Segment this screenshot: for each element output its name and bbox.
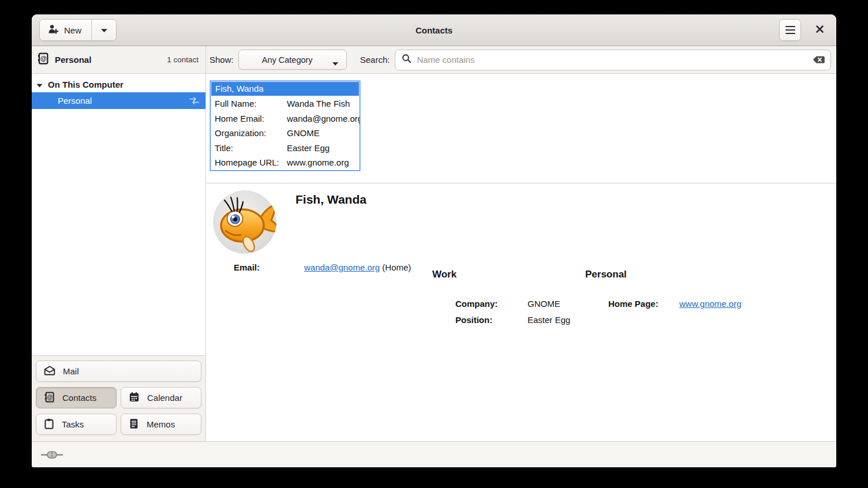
clear-search-icon[interactable] xyxy=(812,55,825,65)
main-pane: Fish, Wanda Full Name: Wanda The Fish Ho… xyxy=(206,74,836,441)
personal-section-heading: Personal xyxy=(585,269,627,280)
svg-text:@: @ xyxy=(40,55,47,62)
company-value: GNOME xyxy=(527,299,560,309)
addressbook-icon: @ xyxy=(37,52,49,67)
category-selected-value: Any Category xyxy=(262,55,313,65)
card-field-value: Wanda The Fish xyxy=(287,99,360,108)
card-field-label: Full Name: xyxy=(215,99,287,108)
new-button-label: New xyxy=(64,25,81,35)
company-label: Company: xyxy=(455,299,497,309)
card-field-row: Full Name: Wanda The Fish xyxy=(211,96,360,111)
card-field-row: Organization: GNOME xyxy=(211,126,360,141)
card-field-row: Title: Easter Egg xyxy=(211,141,360,156)
sync-icon[interactable] xyxy=(189,97,200,104)
switcher-mail-button[interactable]: Mail xyxy=(36,361,201,382)
switcher-label: Tasks xyxy=(62,419,84,429)
tree-item-label: Personal xyxy=(58,96,92,106)
card-field-row: Home Email: wanda@gnome.org xyxy=(211,111,360,126)
switcher-label: Memos xyxy=(147,419,175,429)
statusbar xyxy=(32,441,836,467)
hamburger-menu-button[interactable] xyxy=(779,19,801,41)
new-split-button: New xyxy=(39,19,117,41)
category-dropdown[interactable]: Any Category xyxy=(238,50,347,70)
switcher-label: Calendar xyxy=(147,393,182,403)
search-input[interactable] xyxy=(417,55,807,65)
email-row: wanda@gnome.org (Home) xyxy=(304,262,411,272)
titlebar: New Contacts xyxy=(32,14,836,46)
search-toolbar: Show: Any Category Search: xyxy=(206,46,836,73)
switcher-memos-button[interactable]: Memos xyxy=(121,414,201,435)
expander-icon xyxy=(36,80,43,89)
card-field-label: Homepage URL: xyxy=(215,157,287,167)
contacts-window: New Contacts @ Perso xyxy=(32,14,836,468)
card-field-value: Easter Egg xyxy=(287,143,360,153)
card-field-value: www.gnome.org xyxy=(287,157,360,167)
card-field-value: wanda@gnome.org xyxy=(287,114,360,123)
memos-icon xyxy=(129,418,139,431)
tasks-icon xyxy=(44,418,54,431)
preview-contact-name: Fish, Wanda xyxy=(295,193,366,207)
show-label: Show: xyxy=(209,55,234,65)
calendar-icon xyxy=(129,392,140,404)
switcher-label: Mail xyxy=(63,366,79,376)
svg-text:@: @ xyxy=(47,394,53,400)
email-label: Email: xyxy=(213,262,260,272)
switcher-label: Contacts xyxy=(62,393,96,403)
contact-preview: Fish, Wanda Email: wanda@gnome.org (Home… xyxy=(206,183,836,441)
addressbook-header: @ Personal 1 contact xyxy=(32,46,206,73)
new-contact-button[interactable]: New xyxy=(40,20,92,40)
contact-card-list: Fish, Wanda Full Name: Wanda The Fish Ho… xyxy=(206,74,836,183)
contacts-icon: @ xyxy=(44,392,55,404)
homepage-label: Home Page: xyxy=(608,299,659,309)
tree-group-on-this-computer[interactable]: On This Computer xyxy=(32,77,205,92)
window-title: Contacts xyxy=(32,25,836,35)
card-field-label: Home Email: xyxy=(215,114,287,123)
tree-group-label: On This Computer xyxy=(48,80,124,89)
position-value: Easter Egg xyxy=(527,315,570,325)
mail-icon xyxy=(44,366,55,377)
close-button[interactable] xyxy=(810,21,829,39)
toolbar-row: @ Personal 1 contact Show: Any Category … xyxy=(32,46,836,74)
chevron-down-icon xyxy=(332,58,339,69)
new-dropdown-button[interactable] xyxy=(92,20,116,40)
sidebar: On This Computer Personal Mail xyxy=(32,74,206,441)
addressbook-tree: On This Computer Personal xyxy=(32,74,205,355)
switcher-tasks-button[interactable]: Tasks xyxy=(36,414,117,435)
card-field-row: Homepage URL: www.gnome.org xyxy=(211,155,360,170)
search-field xyxy=(395,50,831,70)
position-label: Position: xyxy=(455,315,492,325)
search-label: Search: xyxy=(360,55,390,65)
online-status-icon[interactable] xyxy=(41,451,63,459)
work-section-heading: Work xyxy=(432,269,457,280)
card-field-value: GNOME xyxy=(287,128,360,138)
card-field-label: Organization: xyxy=(215,128,287,138)
contact-photo xyxy=(213,190,276,254)
new-contact-icon xyxy=(48,24,59,36)
email-link[interactable]: wanda@gnome.org xyxy=(304,262,380,272)
component-switcher: Mail @ Contacts Calendar xyxy=(32,355,205,441)
email-kind: (Home) xyxy=(382,262,411,272)
contact-card-name: Fish, Wanda xyxy=(211,82,359,96)
tree-item-personal[interactable]: Personal xyxy=(32,92,205,109)
search-icon xyxy=(402,54,411,66)
dropdown-arrow-icon xyxy=(100,25,108,35)
switcher-calendar-button[interactable]: Calendar xyxy=(121,387,201,408)
close-icon xyxy=(815,25,824,36)
contact-count: 1 contact xyxy=(167,55,200,64)
card-field-label: Title: xyxy=(215,143,287,153)
contact-card[interactable]: Fish, Wanda Full Name: Wanda The Fish Ho… xyxy=(210,81,360,171)
homepage-link[interactable]: www.gnome.org xyxy=(679,299,742,309)
content-area: On This Computer Personal Mail xyxy=(32,74,836,441)
addressbook-name: Personal xyxy=(55,55,91,65)
switcher-contacts-button[interactable]: @ Contacts xyxy=(36,387,117,408)
